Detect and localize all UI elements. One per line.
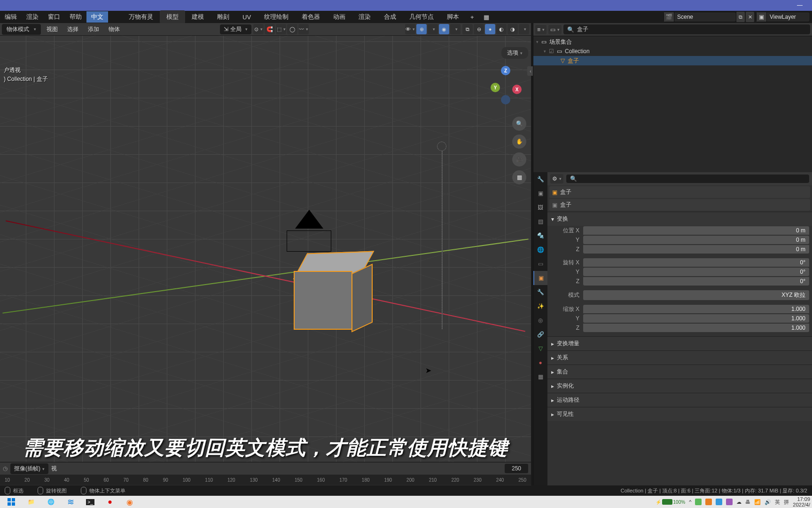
workspace-11[interactable]: 脚本: [440, 10, 466, 24]
shading-wire[interactable]: ⊖: [474, 24, 484, 34]
scene-selector[interactable]: 🎬: [664, 12, 736, 22]
cube-object[interactable]: [296, 266, 367, 337]
pan-icon[interactable]: ✋: [512, 135, 526, 149]
tab-modifiers[interactable]: 🔧: [533, 285, 547, 299]
ime-mode[interactable]: 拼: [784, 499, 789, 506]
gizmo-y[interactable]: Y: [491, 83, 500, 92]
terminal-icon[interactable]: >_: [81, 496, 100, 508]
overlay-dropdown[interactable]: [450, 24, 461, 34]
menu-lang[interactable]: 中文: [86, 11, 108, 23]
end-frame-box[interactable]: 250: [505, 464, 528, 473]
tab-texture[interactable]: ▦: [533, 370, 547, 384]
loc-x[interactable]: 0 m: [583, 226, 809, 235]
timeline-ruler[interactable]: 1020304050607080901001101201301401501601…: [0, 475, 531, 485]
object-row[interactable]: ▽盒子: [533, 56, 812, 65]
tab-physics[interactable]: ◎: [533, 313, 547, 327]
workspace-3[interactable]: 雕刻: [211, 10, 236, 24]
workspace-1[interactable]: 模型: [160, 10, 185, 24]
workspace-0[interactable]: 万物有灵: [122, 10, 160, 24]
tab-collprops[interactable]: ▭: [533, 257, 547, 271]
viewport-menu-view[interactable]: 视图: [43, 24, 62, 35]
tab-render[interactable]: ▣: [533, 186, 547, 200]
explorer-icon[interactable]: 📁: [22, 496, 40, 508]
ime-lang[interactable]: 英: [775, 499, 780, 506]
panel-delta[interactable]: ▸变换增量: [547, 336, 812, 350]
mode-selector[interactable]: 物体模式: [2, 24, 41, 35]
scene-collection-row[interactable]: ▾▭场景集合: [533, 37, 812, 47]
clock-time[interactable]: 17:09: [793, 496, 810, 502]
snap-toggle[interactable]: 🧲: [265, 24, 275, 34]
gizmo-dropdown[interactable]: [428, 24, 438, 34]
panel-transform[interactable]: ▾变换: [547, 212, 812, 226]
light-object[interactable]: [437, 142, 446, 151]
props-search[interactable]: 🔍: [566, 175, 809, 183]
outliner-displaymode[interactable]: ▭: [548, 25, 562, 34]
menu-render[interactable]: 渲染: [22, 11, 43, 23]
shading-dropdown[interactable]: [519, 24, 529, 34]
tab-output[interactable]: 🖼: [533, 200, 547, 214]
viewlayer-name-input[interactable]: [767, 14, 810, 20]
workspace-app-icon[interactable]: ▦: [479, 11, 494, 23]
workspace-4[interactable]: UV: [236, 11, 258, 23]
tab-object[interactable]: ▣: [533, 271, 547, 285]
timeline-editor[interactable]: ◷ 抠像(插帧) 视 250 1020304050607080901001101…: [0, 462, 531, 485]
menu-window[interactable]: 窗口: [43, 11, 65, 23]
outliner-editor-icon[interactable]: ≡: [535, 25, 547, 34]
pivot-dropdown[interactable]: ⊙: [253, 24, 264, 34]
edge-icon[interactable]: 🌐: [41, 496, 60, 508]
shading-matprev[interactable]: ◐: [496, 24, 507, 34]
shading-render[interactable]: ◑: [508, 24, 518, 34]
tray-printer-icon[interactable]: 🖶: [745, 499, 750, 505]
camera-view-icon[interactable]: 🎥: [512, 152, 526, 167]
rot-y[interactable]: 0°: [583, 268, 809, 276]
prop-edit-dropdown[interactable]: 〰: [298, 24, 309, 34]
viewport-menu-object[interactable]: 物体: [105, 24, 124, 35]
tray-expand[interactable]: ^: [689, 499, 691, 505]
workspace-6[interactable]: 着色器: [295, 10, 327, 24]
tab-material[interactable]: ●: [533, 356, 547, 370]
tray-app1[interactable]: [695, 499, 702, 505]
panel-instancing[interactable]: ▸实例化: [547, 379, 812, 393]
collection-row[interactable]: ▾☑▭Collection: [533, 47, 812, 56]
prop-edit-toggle[interactable]: ◯: [287, 24, 297, 34]
battery-indicator[interactable]: ⚡100%: [656, 499, 686, 505]
viewport-menu-select[interactable]: 选择: [63, 24, 82, 35]
tab-constraints[interactable]: 🔗: [533, 327, 547, 341]
outliner-search[interactable]: 🔍 盒子: [563, 24, 810, 34]
tab-world[interactable]: 🌐: [533, 243, 547, 257]
menu-edit[interactable]: 编辑: [0, 11, 22, 23]
windows-taskbar[interactable]: 📁 🌐 ≋ >_ ● ◉ ⚡100% ^ ☁ 🖶 📶 🔊 英 拼 17:09 2…: [0, 496, 812, 508]
tray-app3[interactable]: [716, 499, 722, 505]
panel-collections[interactable]: ▸集合: [547, 365, 812, 379]
loc-y[interactable]: 0 m: [583, 236, 809, 244]
shading-solid[interactable]: ●: [485, 24, 495, 34]
data-name-row[interactable]: ▣盒子: [549, 199, 810, 211]
workspace-9[interactable]: 合成: [377, 10, 403, 24]
persp-ortho-icon[interactable]: ▦: [512, 170, 526, 184]
minimize-button[interactable]: —: [797, 2, 803, 9]
gizmo-toggle[interactable]: ⊕: [416, 24, 427, 34]
overlay-toggle[interactable]: ◉: [439, 24, 449, 34]
props-editor-icon[interactable]: ⚙: [550, 174, 563, 183]
panel-motion[interactable]: ▸运动路径: [547, 393, 812, 407]
tray-cloud-icon[interactable]: ☁: [736, 499, 742, 505]
scene-close-button[interactable]: ✕: [746, 12, 754, 22]
tab-scene[interactable]: 🔩: [533, 229, 547, 243]
xray-toggle[interactable]: ⧉: [462, 24, 473, 34]
tray-app2[interactable]: [705, 499, 712, 505]
scale-x[interactable]: 1.000: [583, 305, 809, 313]
snap-dropdown[interactable]: ⬚: [276, 24, 286, 34]
record-icon[interactable]: ●: [101, 496, 119, 508]
loc-z[interactable]: 0 m: [583, 245, 809, 254]
scene-name-input[interactable]: [674, 14, 736, 20]
vscode-icon[interactable]: ≋: [61, 496, 80, 508]
visibility-dropdown[interactable]: 👁: [405, 24, 415, 34]
rot-mode[interactable]: XYZ 欧拉: [583, 290, 809, 300]
workspace-10[interactable]: 几何节点: [403, 10, 440, 24]
viewport-menu-add[interactable]: 添加: [84, 24, 103, 35]
object-name-row[interactable]: ▣盒子: [549, 186, 810, 198]
workspace-2[interactable]: 建模: [185, 10, 211, 24]
camera-object[interactable]: [295, 210, 331, 252]
blender-icon[interactable]: ◉: [120, 496, 139, 508]
workspace-8[interactable]: 渲染: [352, 10, 377, 24]
